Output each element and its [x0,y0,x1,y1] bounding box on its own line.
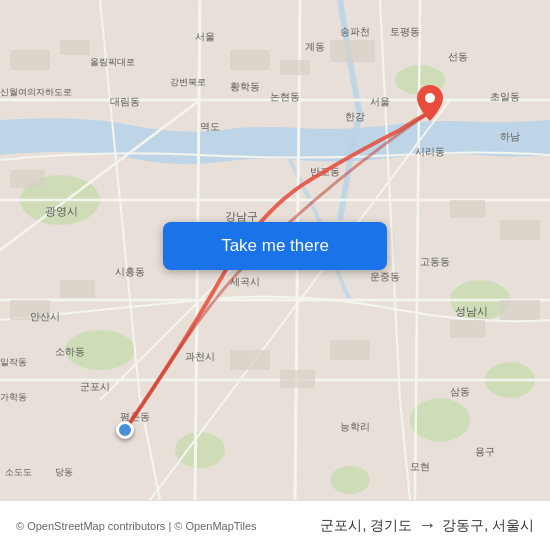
take-me-there-button[interactable]: Take me there [163,222,387,270]
svg-text:안산시: 안산시 [30,311,60,322]
svg-rect-20 [10,50,50,70]
origin-label: 군포시, 경기도 [320,517,412,535]
svg-text:한강: 한강 [345,111,365,122]
map-container: 광영시 안산시 군포시 평촌동 과천시 강남구 반포동 서울 한강 고동동 성남… [0,0,550,500]
svg-text:시흥동: 시흥동 [115,266,145,277]
svg-text:고동동: 고동동 [420,256,450,267]
destination-label: 강동구, 서울시 [442,517,534,535]
svg-text:계동: 계동 [305,41,325,52]
svg-point-7 [175,432,225,468]
attribution-text: © OpenStreetMap contributors | © OpenMap… [16,520,257,532]
arrow-icon: → [418,515,436,536]
svg-text:신월여의자하도로: 신월여의자하도로 [0,87,72,97]
svg-text:삼동: 삼동 [450,386,470,397]
svg-text:강남구: 강남구 [225,210,258,222]
svg-rect-25 [330,40,375,62]
svg-text:올림픽대로: 올림픽대로 [90,57,135,67]
svg-text:논현동: 논현동 [270,91,300,102]
svg-text:세곡시: 세곡시 [230,276,260,287]
origin-marker [116,421,134,439]
svg-text:하남: 하남 [500,131,520,142]
svg-rect-24 [280,60,310,75]
svg-rect-27 [500,220,540,240]
svg-text:광영시: 광영시 [45,205,78,217]
svg-text:용구: 용구 [475,446,495,457]
svg-text:강변북로: 강변북로 [170,77,206,87]
svg-text:대림동: 대림동 [110,96,140,107]
svg-rect-32 [230,350,270,370]
svg-rect-33 [280,370,315,388]
svg-point-73 [425,93,435,103]
svg-point-8 [330,466,370,494]
svg-text:일작동: 일작동 [0,357,27,367]
attribution: © OpenStreetMap contributors | © OpenMap… [16,520,257,532]
svg-text:모현: 모현 [410,461,430,472]
svg-text:능학리: 능학리 [340,421,370,432]
svg-text:역도: 역도 [200,121,220,132]
svg-text:군포시: 군포시 [80,381,110,392]
footer: © OpenStreetMap contributors | © OpenMap… [0,500,550,550]
svg-text:초일동: 초일동 [490,91,520,102]
svg-text:시리동: 시리동 [415,146,445,157]
svg-rect-28 [450,320,485,338]
svg-text:과천시: 과천시 [185,351,215,362]
svg-rect-29 [500,300,540,320]
svg-rect-22 [10,170,45,188]
svg-rect-26 [450,200,485,218]
svg-text:반포동: 반포동 [310,166,340,177]
svg-text:당동: 당동 [55,467,73,477]
svg-text:선동: 선동 [448,51,468,62]
destination-marker [417,85,443,125]
svg-text:황학동: 황학동 [230,81,260,92]
svg-rect-34 [330,340,370,360]
svg-point-6 [410,398,470,442]
svg-rect-30 [60,280,95,298]
svg-text:운중동: 운중동 [370,271,400,282]
svg-text:송파천: 송파천 [340,26,370,37]
svg-rect-21 [60,40,90,55]
svg-text:성남시: 성남시 [455,305,488,317]
svg-text:소하동: 소하동 [55,346,85,357]
svg-text:서울: 서울 [195,31,215,42]
svg-text:토평동: 토평동 [390,26,420,37]
svg-text:가학동: 가학동 [0,392,27,402]
svg-text:소도도: 소도도 [5,467,32,477]
route-info: 군포시, 경기도 → 강동구, 서울시 [320,515,534,536]
svg-text:서울: 서울 [370,96,390,107]
svg-rect-23 [230,50,270,70]
